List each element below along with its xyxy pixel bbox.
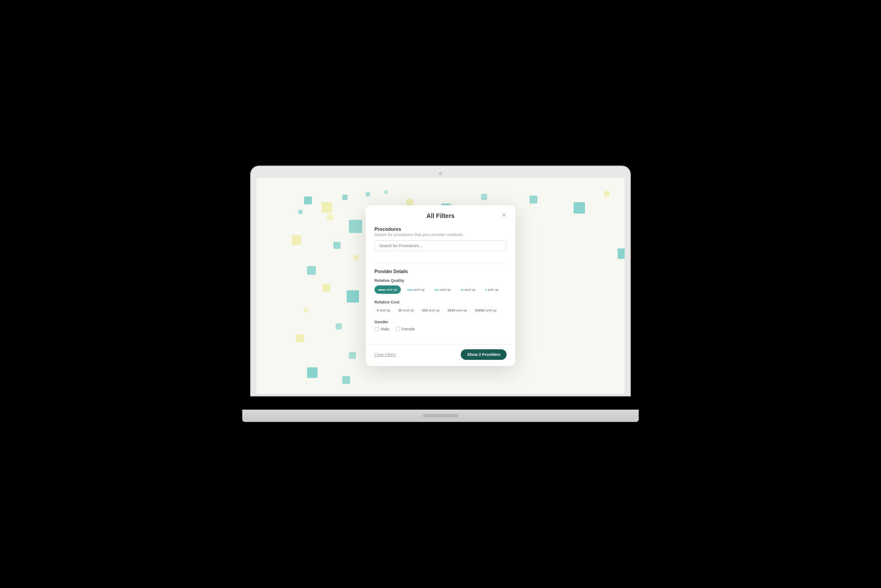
gender-options: MaleFemale — [374, 327, 507, 331]
gender-checkbox-male[interactable] — [374, 327, 379, 331]
close-button[interactable]: × — [500, 211, 508, 219]
cost-options: $ and up$$ and up$$$ and up$$$$ and up$$… — [374, 307, 507, 314]
gender-section: Gender MaleFemale — [374, 320, 507, 331]
section-divider — [374, 263, 507, 264]
quality-dots: ●●●● — [407, 288, 413, 291]
cost-option-2[interactable]: $$ and up — [396, 307, 416, 314]
laptop: All Filters × Procedures Search for proc… — [242, 166, 639, 422]
relative-quality-section: Relative Quality ●●●●●and up●●●●and up●●… — [374, 278, 507, 294]
relative-cost-section: Relative Cost $ and up$$ and up$$$ and u… — [374, 300, 507, 314]
all-filters-modal: All Filters × Procedures Search for proc… — [366, 205, 515, 366]
cost-option-4[interactable]: $$$$ and up — [445, 307, 470, 314]
modal-body: Procedures Search for procedures that yo… — [366, 225, 515, 344]
quality-options: ●●●●●and up●●●●and up●●●and up●●and up●a… — [374, 285, 507, 294]
procedures-search-input[interactable] — [374, 240, 507, 251]
quality-dots: ●●●●● — [378, 288, 385, 291]
laptop-base — [242, 410, 639, 422]
quality-dots: ●●● — [434, 288, 439, 291]
provider-details-title: Provider Details — [374, 269, 507, 274]
quality-option-4[interactable]: ●●and up — [457, 285, 479, 294]
cost-option-1[interactable]: $ and up — [374, 307, 392, 314]
gender-option-female[interactable]: Female — [396, 327, 415, 331]
provider-details-section: Provider Details Relative Quality ●●●●●a… — [374, 269, 507, 331]
procedures-subtitle: Search for procedures that your provider… — [374, 233, 507, 237]
quality-label: and up — [386, 288, 397, 292]
modal-header: All Filters × — [366, 205, 515, 225]
laptop-camera — [439, 172, 442, 175]
modal-title: All Filters — [426, 212, 455, 219]
quality-option-2[interactable]: ●●●●and up — [403, 285, 428, 294]
procedures-title: Procedures — [374, 226, 507, 232]
quality-label: and up — [465, 288, 475, 292]
show-providers-button[interactable]: Show 2 Providers — [461, 349, 507, 360]
relative-quality-label: Relative Quality — [374, 278, 507, 283]
cost-option-3[interactable]: $$$ and up — [420, 307, 442, 314]
gender-option-male[interactable]: Male — [374, 327, 389, 331]
quality-label: and up — [414, 288, 425, 292]
quality-option-3[interactable]: ●●●and up — [431, 285, 454, 294]
close-icon: × — [502, 211, 506, 218]
quality-dots: ● — [485, 288, 486, 291]
clear-filters-button[interactable]: Clear Filters — [374, 352, 396, 357]
gender-label: Male — [381, 327, 389, 331]
relative-cost-label: Relative Cost — [374, 300, 507, 304]
gender-checkbox-female[interactable] — [396, 327, 400, 331]
gender-label: Female — [402, 327, 415, 331]
cost-option-5[interactable]: $$$$$ and up — [473, 307, 499, 314]
quality-dots: ●● — [460, 288, 463, 291]
quality-label: and up — [488, 288, 498, 292]
quality-label: and up — [440, 288, 451, 292]
gender-label: Gender — [374, 320, 507, 324]
quality-option-1[interactable]: ●●●●●and up — [374, 285, 401, 294]
modal-overlay: All Filters × Procedures Search for proc… — [256, 178, 625, 394]
procedures-section: Procedures Search for procedures that yo… — [374, 226, 507, 257]
laptop-body: All Filters × Procedures Search for proc… — [251, 166, 630, 396]
laptop-screen: All Filters × Procedures Search for proc… — [256, 178, 625, 394]
modal-footer: Clear Filters Show 2 Providers — [366, 344, 515, 366]
quality-option-5[interactable]: ●and up — [481, 285, 502, 294]
